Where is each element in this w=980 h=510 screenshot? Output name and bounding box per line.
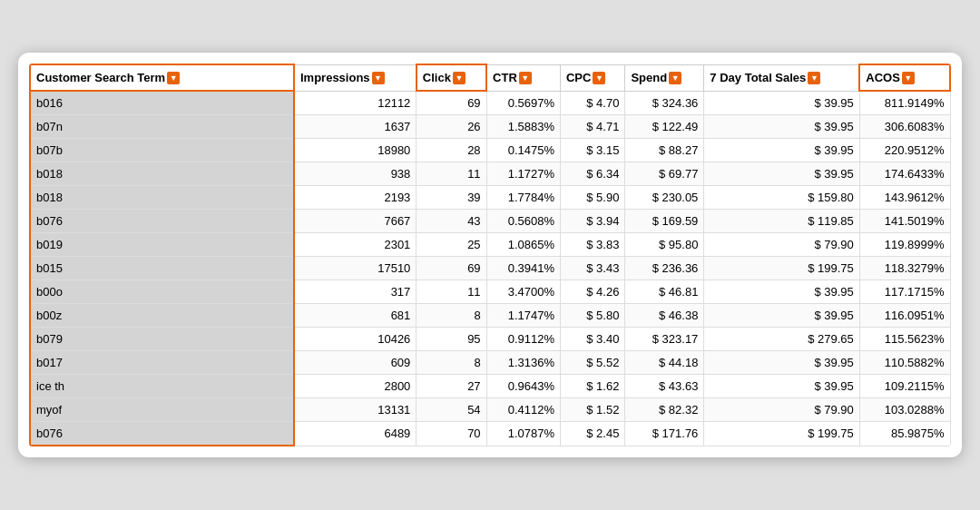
cell-acos: 115.5623% [859,328,950,351]
cell-ctr: 1.0787% [486,422,560,446]
cell-sales_7day: $ 199.75 [704,422,859,446]
col-header-sales-label: 7 Day Total Sales [710,71,806,84]
cell-cpc: $ 2.45 [560,422,624,446]
cell-sales_7day: $ 39.95 [704,91,859,115]
cell-search_term: ice th [30,375,294,398]
col-header-cpc[interactable]: CPC ▼ [560,64,624,91]
cell-ctr: 3.4700% [486,280,560,304]
cell-search_term: myof [30,398,294,422]
cell-clicks: 28 [416,139,486,162]
col-header-acos-label: ACOS [866,71,900,84]
cell-acos: 174.6433% [859,162,950,186]
cell-search_term: b018 [30,162,294,186]
cell-acos: 103.0288% [859,398,950,422]
cell-search_term: b017 [30,351,294,375]
cell-clicks: 39 [416,186,486,210]
cell-clicks: 26 [416,115,486,139]
col-header-sales[interactable]: 7 Day Total Sales ▼ [704,64,859,91]
cell-sales_7day: $ 79.90 [704,233,859,257]
acos-dropdown-icon[interactable]: ▼ [902,72,915,84]
cell-sales_7day: $ 39.95 [704,280,859,304]
table-body: b01612112690.5697%$ 4.70$ 324.36$ 39.958… [30,91,950,446]
cell-ctr: 0.1475% [486,139,560,162]
cell-search_term: b076 [30,210,294,233]
cell-acos: 116.0951% [859,304,950,328]
col-header-clicks[interactable]: Click ▼ [416,64,486,91]
col-header-impressions-label: Impressions [300,71,370,84]
cell-impressions: 938 [294,162,416,186]
table-wrapper: Customer Search Term ▼ Impressions ▼ Cli… [29,64,951,446]
table-row: ice th2800270.9643%$ 1.62$ 43.63$ 39.951… [30,375,950,398]
cell-clicks: 11 [416,280,486,304]
col-header-search-term[interactable]: Customer Search Term ▼ [30,64,294,91]
cell-sales_7day: $ 39.95 [704,115,859,139]
cell-impressions: 18980 [294,139,416,162]
cell-search_term: b07b [30,139,294,162]
cell-search_term: b00z [30,304,294,328]
sales-dropdown-icon[interactable]: ▼ [808,72,820,84]
cell-sales_7day: $ 279.65 [704,328,859,351]
table-row: b01760981.3136%$ 5.52$ 44.18$ 39.95110.5… [30,351,950,375]
table-row: b0182193391.7784%$ 5.90$ 230.05$ 159.801… [30,186,950,210]
cell-acos: 306.6083% [859,115,950,139]
cell-cpc: $ 1.52 [560,398,624,422]
cell-ctr: 1.7784% [486,186,560,210]
col-header-acos[interactable]: ACOS ▼ [859,64,950,91]
data-table: Customer Search Term ▼ Impressions ▼ Cli… [29,64,951,446]
cell-sales_7day: $ 39.95 [704,351,859,375]
clicks-dropdown-icon[interactable]: ▼ [453,72,466,84]
cell-acos: 110.5882% [859,351,950,375]
cell-acos: 141.5019% [859,210,950,233]
cell-sales_7day: $ 39.95 [704,375,859,398]
cell-ctr: 1.0865% [486,233,560,257]
cell-spend: $ 171.76 [625,422,704,446]
cell-search_term: b00o [30,280,294,304]
cell-clicks: 54 [416,398,486,422]
col-header-impressions[interactable]: Impressions ▼ [294,64,416,91]
cell-sales_7day: $ 39.95 [704,162,859,186]
cell-clicks: 69 [416,257,486,280]
cell-sales_7day: $ 159.80 [704,186,859,210]
cell-impressions: 2193 [294,186,416,210]
cell-impressions: 7667 [294,210,416,233]
cell-spend: $ 44.18 [625,351,704,375]
cell-ctr: 1.3136% [486,351,560,375]
cell-ctr: 1.1727% [486,162,560,186]
table-row: b07n1637261.5883%$ 4.71$ 122.49$ 39.9530… [30,115,950,139]
spend-dropdown-icon[interactable]: ▼ [669,72,681,84]
cpc-dropdown-icon[interactable]: ▼ [593,72,605,84]
col-header-ctr[interactable]: CTR ▼ [486,64,560,91]
impressions-dropdown-icon[interactable]: ▼ [372,72,385,84]
cell-spend: $ 46.38 [625,304,704,328]
cell-acos: 117.1715% [859,280,950,304]
cell-cpc: $ 3.43 [560,257,624,280]
cell-impressions: 2301 [294,233,416,257]
search-term-dropdown-icon[interactable]: ▼ [167,72,180,84]
cell-clicks: 25 [416,233,486,257]
cell-sales_7day: $ 79.90 [704,398,859,422]
cell-acos: 85.9875% [859,422,950,446]
cell-impressions: 1637 [294,115,416,139]
cell-ctr: 0.9643% [486,375,560,398]
cell-impressions: 13131 [294,398,416,422]
cell-ctr: 0.5608% [486,210,560,233]
cell-search_term: b016 [30,91,294,115]
cell-cpc: $ 4.71 [560,115,624,139]
cell-spend: $ 230.05 [625,186,704,210]
cell-impressions: 681 [294,304,416,328]
main-window: Customer Search Term ▼ Impressions ▼ Cli… [18,53,962,457]
col-header-spend[interactable]: Spend ▼ [625,64,704,91]
cell-clicks: 43 [416,210,486,233]
table-row: b00z68181.1747%$ 5.80$ 46.38$ 39.95116.0… [30,304,950,328]
cell-cpc: $ 3.83 [560,233,624,257]
cell-ctr: 0.3941% [486,257,560,280]
cell-sales_7day: $ 199.75 [704,257,859,280]
cell-ctr: 0.9112% [486,328,560,351]
cell-spend: $ 95.80 [625,233,704,257]
cell-sales_7day: $ 39.95 [704,304,859,328]
cell-spend: $ 43.63 [625,375,704,398]
cell-search_term: b018 [30,186,294,210]
ctr-dropdown-icon[interactable]: ▼ [519,72,532,84]
cell-search_term: b079 [30,328,294,351]
cell-cpc: $ 3.40 [560,328,624,351]
